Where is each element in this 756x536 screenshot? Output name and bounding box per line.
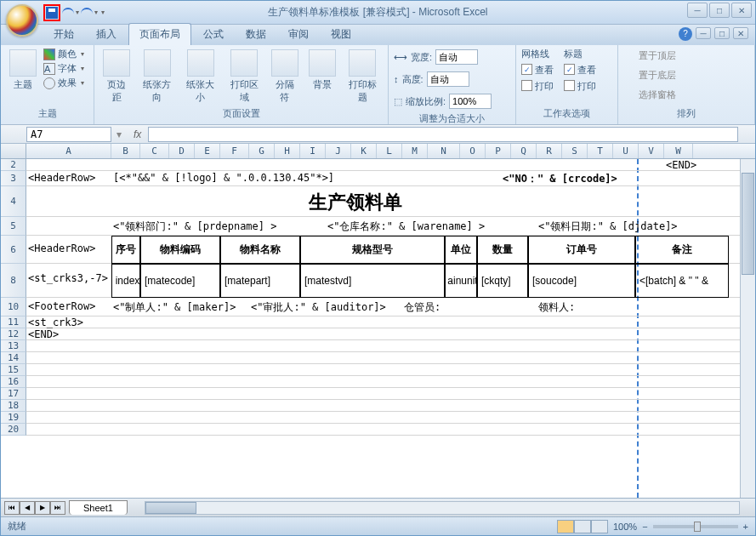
col-header-L[interactable]: L [377, 144, 402, 158]
ribbon-close[interactable]: ✕ [733, 27, 748, 39]
col-header-H[interactable]: H [275, 144, 300, 158]
row-header-18[interactable]: 18 [1, 400, 26, 412]
col-header-F[interactable]: F [220, 144, 249, 158]
col-header-M[interactable]: M [402, 144, 428, 158]
tab-nav-prev[interactable]: ◀ [20, 501, 35, 515]
tab-formulas[interactable]: 公式 [193, 24, 234, 45]
bring-front[interactable]: 置于顶层 [623, 48, 676, 64]
zoom-in[interactable]: + [743, 522, 748, 532]
close-button[interactable]: ✕ [731, 3, 752, 18]
theme-effects[interactable]: 效果▾ [43, 77, 84, 89]
row-header-11[interactable]: 11 [1, 316, 26, 328]
ribbon: 主题 颜色▾ A字体▾ 效果▾ 主题 页边距 纸张方向 纸张大小 打印区域 分隔… [1, 45, 755, 125]
zoom-slider[interactable] [653, 525, 738, 528]
row-header-10[interactable]: 10 [1, 298, 26, 316]
width-input[interactable] [435, 49, 478, 65]
view-layout[interactable] [574, 520, 591, 533]
col-header-Q[interactable]: Q [511, 144, 537, 158]
send-back[interactable]: 置于底层 [623, 67, 676, 83]
col-header-U[interactable]: U [613, 144, 639, 158]
rows-area[interactable]: 2<END>3<HeaderRow>[<*"&&" & [!logo] & ".… [1, 159, 755, 498]
col-header-I[interactable]: I [300, 144, 326, 158]
row-header-6[interactable]: 6 [1, 236, 26, 264]
theme-colors[interactable]: 颜色▾ [43, 48, 84, 60]
row-header-4[interactable]: 4 [1, 186, 26, 217]
office-button[interactable] [6, 4, 38, 37]
zoom-out[interactable]: − [642, 522, 647, 532]
row-header-2[interactable]: 2 [1, 159, 26, 171]
col-header-W[interactable]: W [664, 144, 693, 158]
ribbon-minimize[interactable]: ─ [696, 27, 711, 39]
orientation-button[interactable]: 纸张方向 [137, 48, 177, 105]
select-all-corner[interactable] [1, 144, 26, 158]
row-header-16[interactable]: 16 [1, 376, 26, 388]
breaks-button[interactable]: 分隔符 [268, 48, 302, 105]
undo-button[interactable]: ▾ [62, 4, 79, 21]
qat-customize[interactable]: ▾ [101, 9, 105, 16]
margins-button[interactable]: 页边距 [99, 48, 134, 105]
sheet-tab-1[interactable]: Sheet1 [69, 500, 128, 515]
view-break[interactable] [591, 520, 608, 533]
maximize-button[interactable]: □ [709, 3, 730, 18]
col-header-R[interactable]: R [537, 144, 562, 158]
row-header-19[interactable]: 19 [1, 412, 26, 424]
horizontal-scrollbar[interactable] [145, 501, 740, 515]
tab-nav-first[interactable]: ⏮ [4, 501, 20, 515]
print-titles-button[interactable]: 打印标题 [343, 48, 383, 105]
head-view-check[interactable]: ✓ [564, 64, 575, 75]
col-header-V[interactable]: V [639, 144, 664, 158]
formula-input[interactable] [148, 127, 738, 142]
fx-icon[interactable]: fx [134, 128, 141, 140]
minimize-button[interactable]: ─ [687, 3, 708, 18]
grid-view-check[interactable]: ✓ [521, 64, 532, 75]
theme-fonts[interactable]: A字体▾ [43, 62, 84, 75]
size-button[interactable]: 纸张大小 [180, 48, 220, 105]
vertical-scrollbar[interactable] [740, 159, 755, 498]
tab-home[interactable]: 开始 [43, 24, 84, 45]
row-header-12[interactable]: 12 [1, 328, 26, 340]
col-header-N[interactable]: N [428, 144, 460, 158]
ribbon-restore[interactable]: □ [714, 27, 730, 39]
row-header-5[interactable]: 5 [1, 217, 26, 236]
col-header-G[interactable]: G [249, 144, 275, 158]
col-header-B[interactable]: B [111, 144, 140, 158]
grid-print-check[interactable] [521, 80, 532, 91]
background-button[interactable]: 背景 [305, 48, 339, 93]
selection-pane[interactable]: 选择窗格 [623, 87, 676, 103]
themes-button[interactable]: 主题 [6, 48, 40, 93]
help-button[interactable]: ? [679, 27, 692, 41]
col-header-K[interactable]: K [351, 144, 377, 158]
row-header-20[interactable]: 20 [1, 424, 26, 436]
col-header-D[interactable]: D [169, 144, 195, 158]
print-area-button[interactable]: 打印区域 [225, 48, 264, 105]
tab-data[interactable]: 数据 [236, 24, 276, 45]
height-input[interactable] [427, 71, 469, 87]
col-header-E[interactable]: E [195, 144, 220, 158]
tab-insert[interactable]: 插入 [86, 24, 127, 45]
tab-view[interactable]: 视图 [321, 24, 361, 45]
head-print-check[interactable] [564, 80, 575, 91]
col-header-T[interactable]: T [588, 144, 613, 158]
row-header-15[interactable]: 15 [1, 364, 26, 376]
tab-nav-next[interactable]: ▶ [35, 501, 50, 515]
zoom-level[interactable]: 100% [613, 522, 637, 532]
tab-review[interactable]: 审阅 [278, 24, 319, 45]
row-header-17[interactable]: 17 [1, 388, 26, 400]
col-header-O[interactable]: O [460, 144, 486, 158]
save-button[interactable] [43, 4, 60, 21]
row-header-8[interactable]: 8 [1, 264, 26, 298]
row-header-14[interactable]: 14 [1, 352, 26, 364]
tab-page-layout[interactable]: 页面布局 [128, 23, 191, 45]
col-header-S[interactable]: S [562, 144, 588, 158]
col-header-A[interactable]: A [26, 144, 111, 158]
tab-nav-last[interactable]: ⏭ [50, 501, 65, 515]
scale-input[interactable] [449, 94, 492, 109]
col-header-P[interactable]: P [486, 144, 511, 158]
row-header-3[interactable]: 3 [1, 171, 26, 186]
view-normal[interactable] [557, 520, 574, 533]
name-box[interactable]: A7 [26, 127, 111, 142]
redo-button[interactable]: ▾ [81, 4, 98, 21]
col-header-J[interactable]: J [326, 144, 351, 158]
col-header-C[interactable]: C [140, 144, 169, 158]
row-header-13[interactable]: 13 [1, 340, 26, 352]
